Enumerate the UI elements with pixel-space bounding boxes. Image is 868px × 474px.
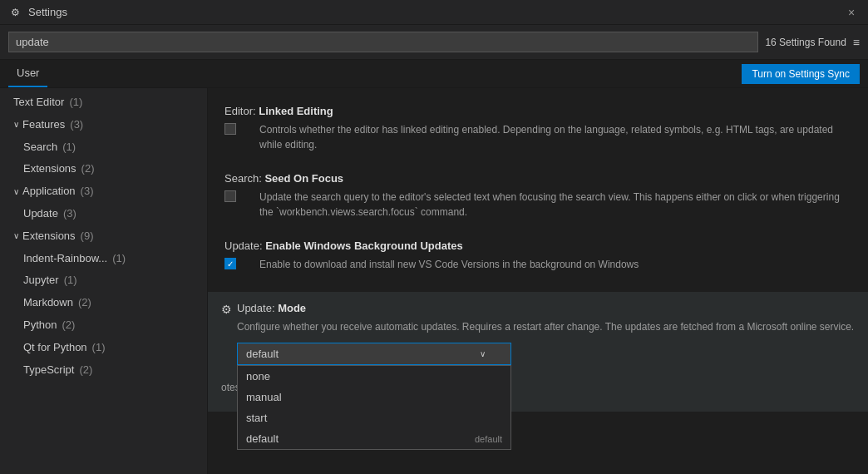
sidebar-count: (3)	[81, 183, 94, 200]
sidebar-item-python[interactable]: Python (2)	[0, 314, 207, 337]
settings-content: Editor: Linked Editing Controls whether …	[208, 88, 868, 474]
sidebar-item-text-editor[interactable]: Text Editor (1)	[0, 91, 207, 114]
setting-seed-on-focus: Search: Seed On Focus Update the search …	[224, 172, 851, 220]
sidebar-item-application[interactable]: ∨ Application (3)	[0, 180, 207, 203]
dropdown-option-manual[interactable]: manual	[238, 387, 510, 407]
dropdown-option-default[interactable]: default default	[238, 428, 510, 449]
windows-bg-updates-description: Enable to download and install new VS Co…	[259, 257, 639, 272]
search-bar: 16 Settings Found ≡	[0, 25, 868, 60]
settings-icon: ⚙	[8, 6, 22, 19]
update-mode-dropdown[interactable]: default ∨	[237, 343, 511, 365]
sidebar-count: (2)	[79, 362, 92, 379]
setting-name: Seed On Focus	[264, 172, 343, 185]
filter-icon[interactable]: ≡	[853, 36, 860, 49]
main-layout: Text Editor (1) ∨ Features (3) Search (1…	[0, 88, 868, 474]
sidebar-count: (3)	[63, 205, 76, 223]
setting-name: Enable Windows Background Updates	[265, 239, 463, 252]
setting-update-mode: ⚙ Update: Mode Configure whether you rec…	[208, 292, 868, 412]
seed-on-focus-checkbox[interactable]	[224, 190, 236, 202]
sidebar-label: Text Editor	[13, 94, 64, 111]
sidebar-label: Indent-Rainbow...	[23, 250, 107, 268]
sidebar-count: (3)	[70, 116, 83, 134]
option-label: manual	[246, 391, 282, 403]
sidebar-item-jupyter[interactable]: Jupyter (1)	[0, 269, 207, 292]
update-mode-dropdown-container: default ∨ none manual start	[237, 343, 855, 365]
sidebar: Text Editor (1) ∨ Features (3) Search (1…	[0, 88, 208, 474]
dropdown-option-none[interactable]: none	[238, 366, 510, 387]
dropdown-value: default	[246, 348, 279, 360]
setting-name: Mode	[278, 302, 306, 314]
sidebar-item-extensions[interactable]: ∨ Extensions (9)	[0, 225, 207, 248]
sidebar-label: Qt for Python	[23, 339, 87, 357]
sidebar-item-markdown[interactable]: Markdown (2)	[0, 292, 207, 314]
dropdown-option-start[interactable]: start	[238, 407, 510, 428]
tab-user[interactable]: User	[8, 60, 47, 87]
dropdown-menu: none manual start default default	[237, 365, 511, 450]
setting-title-seed-on-focus: Search: Seed On Focus	[224, 172, 851, 185]
setting-name: Linked Editing	[259, 105, 333, 117]
option-label: none	[246, 370, 270, 383]
chevron-icon: ∨	[13, 118, 19, 131]
windows-bg-updates-checkbox[interactable]	[224, 258, 236, 269]
update-mode-description: Configure whether you receive automatic …	[237, 319, 855, 334]
sidebar-label: Update	[23, 205, 58, 223]
sidebar-label: Application	[22, 183, 76, 200]
setting-checkbox-row: Enable to download and install new VS Co…	[224, 257, 851, 272]
sidebar-count: (1)	[92, 339, 106, 357]
setting-checkbox-row: Update the search query to the editor's …	[224, 190, 851, 220]
sidebar-item-features[interactable]: ∨ Features (3)	[0, 114, 207, 136]
chevron-icon: ∨	[13, 185, 19, 199]
sidebar-count: (1)	[64, 272, 77, 289]
search-results-count: 16 Settings Found	[765, 37, 846, 48]
sidebar-count: (1)	[69, 94, 82, 111]
setting-prefix: Update:	[224, 239, 265, 252]
tabs-bar: User Turn on Settings Sync	[0, 60, 868, 88]
sidebar-label: Extensions	[23, 160, 76, 178]
setting-title-windows-bg: Update: Enable Windows Background Update…	[224, 239, 851, 252]
close-button[interactable]: ×	[843, 4, 860, 21]
option-label: start	[246, 412, 267, 424]
sidebar-item-update[interactable]: Update (3)	[0, 203, 207, 225]
chevron-icon: ∨	[13, 230, 19, 243]
sidebar-label: Markdown	[23, 294, 73, 312]
sidebar-item-indent-rainbow[interactable]: Indent-Rainbow... (1)	[0, 248, 207, 270]
sidebar-section: Text Editor (1) ∨ Features (3) Search (1…	[0, 88, 207, 384]
setting-title-update-mode: Update: Mode	[237, 302, 855, 314]
sidebar-item-search[interactable]: Search (1)	[0, 136, 207, 159]
option-default-label: default	[475, 434, 502, 444]
setting-prefix: Search:	[224, 172, 264, 185]
option-label: default	[246, 432, 279, 445]
sidebar-item-typescript[interactable]: TypeScript (2)	[0, 359, 207, 382]
setting-checkbox-row: Controls whether the editor has linked e…	[224, 122, 851, 152]
sidebar-label: Search	[23, 139, 57, 156]
sidebar-count: (1)	[62, 139, 76, 156]
titlebar: ⚙ Settings ×	[0, 0, 868, 25]
setting-prefix: Update:	[237, 302, 278, 314]
sidebar-count: (2)	[78, 294, 91, 312]
titlebar-title: Settings	[28, 6, 67, 18]
setting-windows-bg-updates: Update: Enable Windows Background Update…	[224, 239, 851, 272]
chevron-down-icon: ∨	[480, 349, 486, 358]
setting-title-linked-editing: Editor: Linked Editing	[224, 105, 851, 117]
sidebar-item-extensions-features[interactable]: Extensions (2)	[0, 158, 207, 180]
sidebar-count: (1)	[112, 250, 126, 268]
sidebar-label: Python	[23, 317, 57, 334]
sidebar-item-qt-for-python[interactable]: Qt for Python (1)	[0, 337, 207, 359]
setting-linked-editing: Editor: Linked Editing Controls whether …	[224, 105, 851, 152]
seed-on-focus-description: Update the search query to the editor's …	[259, 190, 851, 220]
sidebar-label: Jupyter	[23, 272, 59, 289]
linked-editing-checkbox[interactable]	[224, 123, 236, 135]
sidebar-label: Features	[22, 116, 65, 134]
sidebar-label: TypeScript	[23, 362, 74, 379]
sidebar-count: (2)	[81, 160, 95, 178]
setting-prefix: Editor:	[224, 105, 259, 117]
sidebar-label: Extensions	[22, 228, 76, 245]
sync-button[interactable]: Turn on Settings Sync	[742, 64, 860, 84]
linked-editing-description: Controls whether the editor has linked e…	[259, 122, 851, 152]
gear-icon[interactable]: ⚙	[221, 303, 232, 316]
search-input[interactable]	[8, 32, 758, 52]
sidebar-count: (2)	[62, 317, 75, 334]
sidebar-count: (9)	[81, 228, 94, 245]
